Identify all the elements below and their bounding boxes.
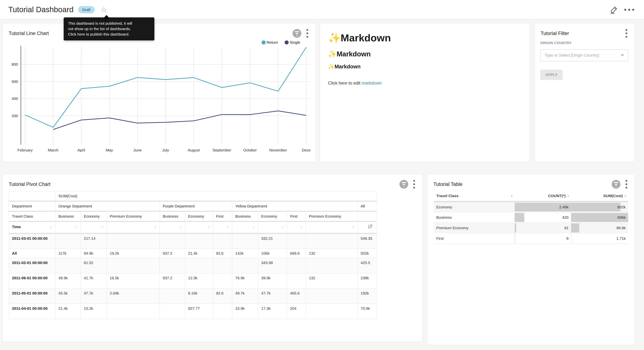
data-table-header-row: Travel Class▲▼ COUNT(*)▲▼ SUM(Cost)▲▼: [434, 191, 628, 202]
sum-cost-cell: 1.71k: [571, 233, 628, 244]
pivot-value-cell: 8.16k: [185, 288, 213, 304]
svg-text:July: July: [162, 148, 169, 152]
pivot-subcol-header: Economy: [185, 211, 213, 222]
sort-icon: ↓↑: [226, 224, 229, 230]
pivot-subcol-header: Business: [55, 211, 81, 222]
pivot-subcol-header: [358, 211, 377, 222]
pivot-subcol-header: Economy: [81, 211, 107, 222]
pivot-kebab-icon[interactable]: [412, 179, 416, 189]
filter-indicator-icon[interactable]: [400, 180, 408, 188]
edit-pencil-icon[interactable]: [609, 4, 620, 15]
pivot-value-cell: 937.2: [160, 249, 185, 258]
pivot-time-header[interactable]: Time↓↑: [9, 222, 55, 234]
apply-button[interactable]: APPLY: [540, 70, 562, 80]
pivot-value-cell: 238k: [358, 273, 377, 288]
pivot-row-label: 2011-02-01 00:00:00: [9, 258, 55, 273]
pivot-sort-cell[interactable]: ↓↑: [81, 222, 107, 234]
filter-indicator-icon[interactable]: [292, 29, 301, 38]
pivot-row-label: 2011-04-01 00:00:00: [9, 304, 55, 319]
svg-text:Dece: Dece: [302, 148, 310, 152]
pivot-value-cell: 217.14: [81, 234, 107, 249]
publish-tooltip: This dashboard is not published, it will…: [64, 18, 154, 40]
pivot-row-label: 2011-06-01 00:00:00: [9, 273, 55, 288]
pivot-value-cell: 92.6: [213, 288, 232, 304]
sort-icon: ↓↑: [300, 224, 303, 230]
pivot-value-cell: 49.9k: [55, 273, 81, 288]
svg-text:September: September: [212, 148, 231, 152]
pivot-value-cell: 19.2k: [107, 249, 160, 258]
pivot-row: All117k94.9k19.2k937.221.4k92.6142k106k6…: [9, 249, 377, 258]
pivot-sort-cell[interactable]: ↓↑: [232, 222, 258, 234]
pivot-value-cell: 106k: [258, 249, 287, 258]
pivot-row: 2011-06-01 00:00:0049.9k41.7k16.5k937.21…: [9, 273, 377, 288]
origin-country-select[interactable]: Type or Select [Origin Country]: [540, 49, 628, 61]
pivot-value-cell: 937.2: [160, 273, 185, 288]
pivot-group-header: Purple Department: [160, 201, 232, 211]
pivot-subcol-header: First: [213, 211, 232, 222]
svg-text:May: May: [106, 148, 113, 152]
origin-country-label: ORIGIN COUNTRY: [540, 41, 628, 45]
markdown-paragraph: Click here to edit markdown: [328, 80, 522, 86]
col-header-count[interactable]: COUNT(*)▲▼: [515, 191, 571, 202]
pivot-value-cell: 669.6: [287, 249, 306, 258]
chevron-down-icon: [621, 54, 624, 56]
sort-icon: ↓↑: [75, 224, 78, 230]
pivot-sort-cell[interactable]: ↓↑: [55, 222, 81, 234]
pivot-value-cell: [213, 273, 232, 288]
table-kebab-icon[interactable]: [624, 179, 628, 189]
pivot-row-label: All: [9, 249, 55, 258]
table-row: Economy2.46k602k: [434, 202, 628, 212]
pivot-value-cell: 343.98: [258, 258, 287, 273]
pivot-sort-cell[interactable]: ↓↑: [107, 222, 160, 234]
pivot-subcol-header: Business: [232, 211, 258, 222]
pivot-sort-cell[interactable]: ↓↑: [160, 222, 185, 234]
pivot-value-cell: [160, 304, 185, 319]
more-menu-icon[interactable]: [624, 9, 634, 11]
count-cell: 9: [515, 233, 571, 244]
pivot-subcol-header: Economy: [258, 211, 287, 222]
sum-cost-cell: 696k: [571, 212, 628, 223]
pivot-value-cell: [306, 258, 358, 273]
pivot-row: 2011-03-01 00:00:00217.14332.21549.35: [9, 234, 377, 249]
data-table-body: Economy2.46k602kBusiness420696kPremium E…: [434, 202, 628, 244]
pivot-value-cell: 927.77: [185, 304, 213, 319]
pivot-value-cell: [306, 304, 358, 319]
markdown-h2: ✨Markdown: [328, 50, 522, 58]
series-line-single: [53, 111, 306, 130]
markdown-edit-link[interactable]: markdown: [362, 80, 382, 86]
pivot-row: 2011-04-01 00:00:0021.4k15.2k927.7715.9k…: [9, 304, 377, 319]
data-table: Travel Class▲▼ COUNT(*)▲▼ SUM(Cost)▲▼ Ec…: [434, 191, 628, 244]
pivot-sort-cell[interactable]: [358, 222, 377, 234]
pivot-value-cell: 15.9k: [232, 304, 258, 319]
pivot-value-cell: 549.35: [358, 234, 377, 249]
pivot-metric-header: SUM(Cost): [55, 191, 377, 201]
pivot-sort-cell[interactable]: ↓↑: [258, 222, 287, 234]
sort-icon: ▲▼: [511, 194, 513, 197]
pivot-sort-cell[interactable]: ↓↑: [306, 222, 358, 234]
pivot-value-cell: 21.4k: [55, 304, 81, 319]
pivot-sort-cell[interactable]: ↓↑: [213, 222, 232, 234]
sort-icon[interactable]: ↓↑: [49, 224, 52, 230]
pivot-value-cell: [160, 258, 185, 273]
svg-text:February: February: [18, 148, 33, 152]
pivot-card-title: Tutorial Pivot Chart: [9, 182, 50, 187]
pivot-value-cell: 15.2k: [81, 304, 107, 319]
chart-kebab-icon[interactable]: [305, 28, 309, 38]
svg-text:600: 600: [12, 80, 18, 84]
pivot-value-cell: 425.5: [358, 258, 377, 273]
pivot-chart-card: Tutorial Pivot Chart SUM(Cost)Department…: [3, 174, 422, 342]
pivot-value-cell: [287, 258, 306, 273]
col-header-sum-cost[interactable]: SUM(Cost)▲▼: [571, 191, 628, 202]
pivot-value-cell: [306, 288, 358, 304]
pivot-sort-cell[interactable]: ↓↑: [185, 222, 213, 234]
star-icon[interactable]: ☆: [101, 6, 107, 13]
tooltip-line: This dashboard is not published, it will: [68, 21, 150, 26]
svg-text:April: April: [78, 148, 85, 152]
sort-icon: ↓↑: [281, 224, 284, 230]
filter-kebab-icon[interactable]: [624, 28, 628, 38]
filter-indicator-icon[interactable]: [612, 180, 620, 188]
pivot-group-header: All: [358, 201, 377, 211]
col-header-travel-class[interactable]: Travel Class▲▼: [434, 191, 515, 202]
draft-badge[interactable]: Draft: [78, 6, 94, 13]
pivot-sort-cell[interactable]: ↓↑: [287, 222, 306, 234]
